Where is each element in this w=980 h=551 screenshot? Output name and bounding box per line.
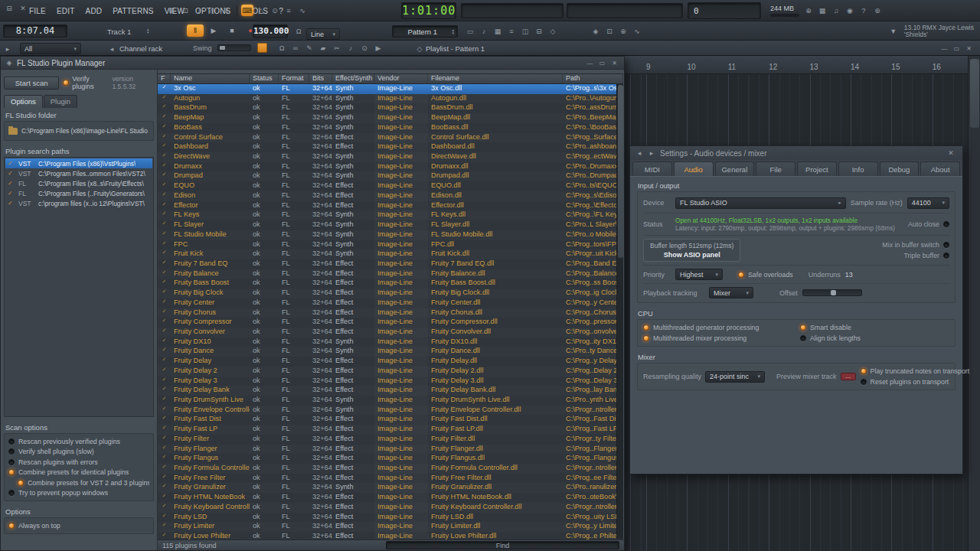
audio-output-icon[interactable]: ♫ xyxy=(830,5,842,16)
plugin-row[interactable]: ✓BooBassokFL32+64SynthImage-LineBooBass.… xyxy=(158,123,623,133)
tools-icon[interactable]: ⊕ xyxy=(617,25,629,37)
favorite-check-icon[interactable]: ✓ xyxy=(158,269,171,279)
browser-icon[interactable]: ◫ xyxy=(519,25,531,37)
favorite-check-icon[interactable]: ✓ xyxy=(158,249,171,259)
resampling-dropdown[interactable]: 24-point sinc ▾ xyxy=(705,371,765,383)
close-icon[interactable]: ✕ xyxy=(609,58,619,67)
minimize-icon[interactable]: — xyxy=(585,58,595,67)
stop-button[interactable]: ■ xyxy=(224,24,240,37)
plugin-manager-titlebar[interactable]: ◈ FL Studio Plugin Manager — ▭ ✕ xyxy=(1,57,624,70)
fullscreen-icon[interactable]: ⊡ xyxy=(179,5,191,16)
menu-item[interactable]: EDIT xyxy=(52,7,80,15)
favorite-check-icon[interactable]: ✓ xyxy=(158,318,171,328)
plugin-row[interactable]: ✓Fruity LimiterokFL32+64EffectImage-Line… xyxy=(158,522,623,532)
plugin-row[interactable]: ✓Fruity Delay 3okFL32+64EffectImage-Line… xyxy=(158,377,623,386)
favorite-check-icon[interactable]: ✓ xyxy=(158,337,171,347)
plugin-row[interactable]: ✓Fruity CenterokFL32+64EffectImage-LineF… xyxy=(158,298,623,308)
settings-tab[interactable]: Audio xyxy=(674,161,714,176)
link-icon[interactable]: ∞ xyxy=(289,42,302,54)
close-icon[interactable]: ✕ xyxy=(945,148,957,159)
favorite-check-icon[interactable]: ✓ xyxy=(158,464,171,474)
cpu-option-toggle[interactable]: Multithreaded mixer processing xyxy=(643,334,792,342)
favorite-check-icon[interactable]: ✓ xyxy=(158,425,171,435)
favorite-check-icon[interactable]: ✓ xyxy=(158,103,171,113)
typing-keyboard-piano-icon[interactable]: ⌨ xyxy=(241,5,253,16)
settings-tab[interactable]: About xyxy=(920,161,960,176)
settings-tab[interactable]: Info xyxy=(838,161,878,176)
favorite-check-icon[interactable]: ✓ xyxy=(158,152,171,162)
rendering-icon[interactable]: ▦ xyxy=(816,5,828,16)
maximize-icon[interactable]: ▭ xyxy=(952,44,962,53)
show-asio-button[interactable]: Show ASIO panel xyxy=(664,251,720,259)
search-path-row[interactable]: ✓ VST c:\program files (x..io 12\Plugins… xyxy=(5,198,152,208)
sample-rate-dropdown[interactable]: 44100 ▾ xyxy=(907,197,949,209)
cpu-option-toggle[interactable]: Multithreaded generator processing xyxy=(643,324,792,331)
countdown-icon[interactable]: ◎ xyxy=(207,5,219,16)
tracking-dropdown[interactable]: Mixer ▾ xyxy=(709,287,753,298)
favorite-check-icon[interactable]: ✓ xyxy=(158,279,171,289)
blend-notes-icon[interactable]: ♪ xyxy=(193,5,205,16)
favorite-check-icon[interactable]: ✓ xyxy=(158,396,171,406)
swing-thumb[interactable] xyxy=(220,46,225,50)
plugin-row[interactable]: ✓Fruity ConvolverokFL32+64EffectImage-Li… xyxy=(158,328,623,337)
session-time-display[interactable]: 8:07.04 xyxy=(3,24,67,37)
favorite-check-icon[interactable]: ✓ xyxy=(158,493,171,503)
fl-folder-row[interactable]: C:\Program Files (x86)\Image-Line\FL Stu… xyxy=(7,124,151,138)
search-path-row[interactable]: ✓ VST C:\Program Files..ommon Files\VST2… xyxy=(5,168,152,178)
offset-slider[interactable] xyxy=(802,289,862,296)
settings-tab[interactable]: MIDI xyxy=(632,161,672,176)
favorite-check-icon[interactable]: ✓ xyxy=(158,328,171,337)
start-scan-button[interactable]: Start scan xyxy=(4,77,59,90)
plugin-row[interactable]: ✓Fruity HTML NoteBookokFL32+64EffectImag… xyxy=(158,493,623,503)
favorite-check-icon[interactable]: ✓ xyxy=(158,259,171,269)
favorite-check-icon[interactable]: ✓ xyxy=(158,220,171,230)
pattern-stepper[interactable]: ▴▾ xyxy=(452,28,454,34)
menu-item[interactable]: ADD xyxy=(81,7,107,15)
plugin-row[interactable]: ✓Fruity Bass BoostokFL32+64EffectImage-L… xyxy=(158,279,623,289)
time-display[interactable]: 1:01:00 xyxy=(401,2,456,19)
plugin-row[interactable]: ✓Fruity LSDokFL32+64EffectImage-LineFrui… xyxy=(158,513,623,523)
plugin-row[interactable]: ✓Fruity DrumSynth LiveokFL32+64SynthImag… xyxy=(158,396,623,406)
pencil-icon[interactable]: ✎ xyxy=(303,42,315,54)
favorite-check-icon[interactable]: ✓ xyxy=(158,532,171,540)
favorite-check-icon[interactable]: ✓ xyxy=(158,123,171,133)
playlist-scrollbar[interactable] xyxy=(968,56,980,551)
multilink-icon[interactable]: ∿ xyxy=(296,5,309,16)
mixer-option-toggle[interactable]: Reset plugins on transport xyxy=(861,378,970,386)
plugin-row[interactable]: ✓3x OscokFL32+64SynthImage-Line3x Osc.dl… xyxy=(158,84,623,94)
scan-option-toggle[interactable]: Combine presets for identical plugins xyxy=(7,468,151,478)
pattern-selector[interactable]: Pattern 1 ▴▾ xyxy=(392,25,458,37)
collapse-arrow-icon[interactable]: ▸ xyxy=(2,43,14,54)
search-paths-list[interactable]: ✓ VST C:\Program Files (x86)\VstPlugins\… xyxy=(4,157,154,417)
column-header[interactable]: Bits xyxy=(309,74,332,83)
favorite-check-icon[interactable]: ✓ xyxy=(158,377,171,386)
column-header[interactable]: F xyxy=(158,74,171,83)
plugin-row[interactable]: ✓AutogunokFL32+64SynthImage-LineAutogun.… xyxy=(158,94,623,104)
plugin-row[interactable]: ✓Fruity Love PhilterokFL32+64EffectImage… xyxy=(158,532,623,540)
favorite-check-icon[interactable]: ✓ xyxy=(158,181,171,191)
mix-buffer-toggle[interactable]: Mix in buffer switch xyxy=(882,241,949,249)
favorite-check-icon[interactable]: ✓ xyxy=(158,113,171,123)
plugin-row[interactable]: ✓EdisonokFL32+64EffectImage-LineEdison.d… xyxy=(158,191,623,201)
wait-for-input-icon[interactable]: Ⅱ xyxy=(220,5,233,16)
plugin-row[interactable]: ✓Fruity Fast LPokFL32+64EffectImage-Line… xyxy=(158,425,623,435)
cpu-option-toggle[interactable]: Align tick lengths xyxy=(800,334,949,342)
favorite-check-icon[interactable]: ✓ xyxy=(158,522,171,532)
favorite-check-icon[interactable]: ✓ xyxy=(158,483,171,493)
favorite-check-icon[interactable]: ✓ xyxy=(158,201,171,211)
favorite-check-icon[interactable]: ✓ xyxy=(158,289,171,298)
plugin-picker-icon[interactable]: ◈ xyxy=(590,25,602,37)
favorite-check-icon[interactable]: ✓ xyxy=(158,298,171,308)
sync-icon[interactable]: ⊛ xyxy=(871,5,884,16)
plugin-row[interactable]: ✓Fruity ChorusokFL32+64EffectImage-LineF… xyxy=(158,308,623,318)
chevron-left-icon[interactable]: ◂ xyxy=(106,43,118,54)
plugin-row[interactable]: ✓Fruity DelayokFL32+64EffectImage-LineFr… xyxy=(158,357,623,367)
play-button[interactable]: Ⅱ xyxy=(187,24,204,37)
track-stepper[interactable]: ▴▾ xyxy=(147,28,149,34)
favorite-check-icon[interactable]: ✓ xyxy=(158,191,171,201)
triple-buffer-toggle[interactable]: Triple buffer xyxy=(904,252,949,259)
favorite-check-icon[interactable]: ✓ xyxy=(158,513,171,523)
plugin-row[interactable]: ✓Fruity DX10okFL32+64SynthImage-LineFrui… xyxy=(158,337,623,347)
mixer-icon[interactable]: ≡ xyxy=(505,25,518,37)
magnet-icon[interactable]: Ω xyxy=(276,42,288,54)
